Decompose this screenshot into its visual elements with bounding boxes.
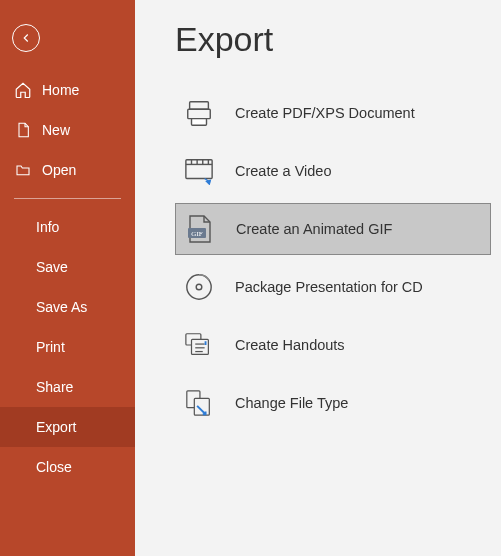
svg-text:GIF: GIF: [191, 230, 202, 238]
nav-info-label: Info: [36, 219, 59, 235]
export-option-label: Package Presentation for CD: [235, 279, 423, 295]
export-option-video[interactable]: Create a Video: [175, 145, 491, 197]
nav-print-label: Print: [36, 339, 65, 355]
back-button[interactable]: [12, 24, 40, 52]
video-icon: [183, 155, 215, 187]
export-option-changetype[interactable]: Change File Type: [175, 377, 491, 429]
nav-new[interactable]: New: [0, 110, 135, 150]
nav-saveas[interactable]: Save As: [0, 287, 135, 327]
backstage-sidebar: Home New Open Info Save Save As Print Sh…: [0, 0, 135, 556]
pdf-icon: [183, 97, 215, 129]
nav-export-label: Export: [36, 419, 76, 435]
svg-rect-2: [192, 119, 207, 126]
main-panel: Export Create PDF/XPS Document Create a …: [135, 0, 501, 556]
export-option-label: Create an Animated GIF: [236, 221, 392, 237]
export-option-gif[interactable]: GIF Create an Animated GIF: [175, 203, 491, 255]
nav-open-label: Open: [42, 162, 76, 178]
nav-share[interactable]: Share: [0, 367, 135, 407]
nav-open[interactable]: Open: [0, 150, 135, 190]
nav-close-label: Close: [36, 459, 72, 475]
nav-home[interactable]: Home: [0, 70, 135, 110]
back-arrow-icon: [19, 31, 33, 45]
export-option-pdfxps[interactable]: Create PDF/XPS Document: [175, 87, 491, 139]
gif-icon: GIF: [184, 213, 216, 245]
svg-point-12: [196, 284, 202, 290]
svg-rect-0: [190, 102, 209, 110]
cd-icon: [183, 271, 215, 303]
nav-share-label: Share: [36, 379, 73, 395]
home-icon: [14, 81, 32, 99]
svg-rect-1: [188, 109, 211, 118]
folder-icon: [14, 161, 32, 179]
changetype-icon: [183, 387, 215, 419]
export-option-label: Create PDF/XPS Document: [235, 105, 415, 121]
export-option-packagecd[interactable]: Package Presentation for CD: [175, 261, 491, 313]
nav-home-label: Home: [42, 82, 79, 98]
svg-rect-20: [194, 398, 209, 415]
nav-info[interactable]: Info: [0, 207, 135, 247]
export-option-handouts[interactable]: Create Handouts: [175, 319, 491, 371]
nav-export[interactable]: Export: [0, 407, 135, 447]
nav-saveas-label: Save As: [36, 299, 87, 315]
nav-save-label: Save: [36, 259, 68, 275]
svg-rect-18: [205, 341, 207, 345]
export-option-label: Create a Video: [235, 163, 331, 179]
export-option-label: Create Handouts: [235, 337, 345, 353]
page-title: Export: [175, 20, 491, 59]
export-option-label: Change File Type: [235, 395, 348, 411]
sidebar-divider: [14, 198, 121, 199]
handouts-icon: [183, 329, 215, 361]
nav-new-label: New: [42, 122, 70, 138]
nav-print[interactable]: Print: [0, 327, 135, 367]
file-icon: [14, 121, 32, 139]
nav-close[interactable]: Close: [0, 447, 135, 487]
nav-save[interactable]: Save: [0, 247, 135, 287]
